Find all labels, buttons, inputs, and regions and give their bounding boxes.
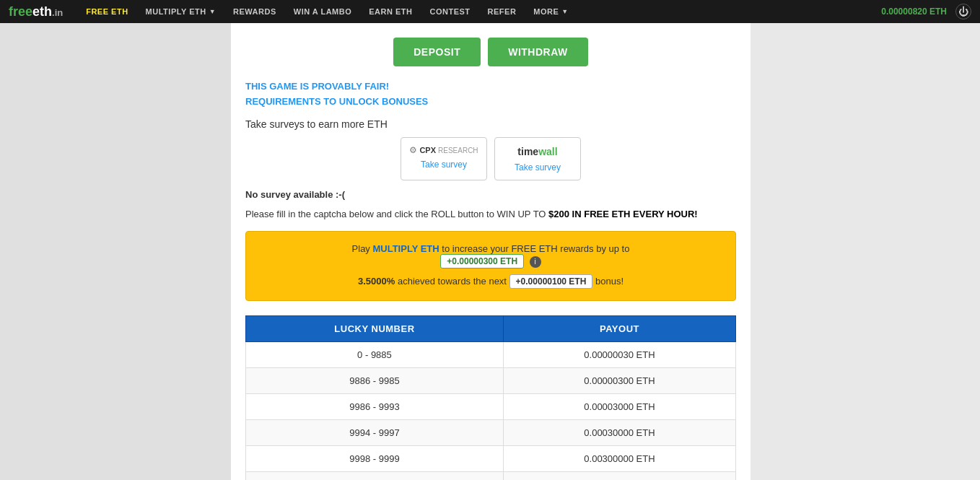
cpx-text: CPX	[419, 146, 436, 154]
sidebar-right	[751, 23, 980, 480]
multiply-next-badge: +0.00000100 ETH	[509, 274, 593, 289]
logo-free: free	[9, 4, 32, 19]
cpx-gear-icon: ⚙	[409, 145, 417, 155]
multiply-link[interactable]: MULTIPLY ETH	[372, 243, 439, 254]
provably-fair-link[interactable]: THIS GAME IS PROVABLY FAIR!	[245, 81, 736, 92]
table-row: 9994 - 99970.00030000 ETH	[246, 420, 736, 446]
payout-value: 0.03000000 ETH	[503, 472, 735, 481]
nav-contest[interactable]: CONTEST	[421, 0, 478, 23]
table-row: 9998 - 99990.00300000 ETH	[246, 446, 736, 472]
power-button[interactable]: ⏻	[955, 4, 971, 19]
action-buttons: DEPOSIT WITHDRAW	[245, 38, 736, 66]
nav-win-lambo[interactable]: WIN A LAMBO	[285, 0, 360, 23]
captcha-text-before: Please fill in the captcha below and cli…	[245, 209, 548, 219]
table-row: 9886 - 99850.00000300 ETH	[246, 368, 736, 394]
site-logo: freeeth.in	[9, 4, 63, 19]
lucky-range: 9998 - 9999	[246, 446, 504, 472]
sidebar-left	[0, 23, 231, 480]
nav-links: FREE ETH MULTIPLY ETH ▼ REWARDS WIN A LA…	[77, 0, 881, 23]
multiply-box: Play MULTIPLY ETH to increase your FREE …	[245, 231, 736, 301]
payout-value: 0.00300000 ETH	[503, 446, 735, 472]
multiply-line2: 3.5000% achieved towards the next +0.000…	[261, 274, 721, 289]
cpx-take-survey[interactable]: Take survey	[408, 160, 479, 170]
logo-domain: .in	[52, 7, 63, 18]
page-wrapper: DEPOSIT WITHDRAW THIS GAME IS PROVABLY F…	[0, 23, 980, 480]
survey-title: Take surveys to earn more ETH	[245, 118, 736, 130]
nav-rewards[interactable]: REWARDS	[224, 0, 285, 23]
lucky-range: 9886 - 9985	[246, 368, 504, 394]
nav-multiply-eth[interactable]: MULTIPLY ETH ▼	[137, 0, 224, 23]
table-row: 0 - 98850.00000030 ETH	[246, 342, 736, 368]
timewall-survey-card[interactable]: timewall Take survey	[494, 137, 581, 180]
unlock-bonuses-link[interactable]: REQUIREMENTS TO UNLOCK BONUSES	[245, 96, 736, 107]
payout-value: 0.00000300 ETH	[503, 368, 735, 394]
nav-more[interactable]: MORE ▼	[525, 0, 577, 23]
nav-free-eth[interactable]: FREE ETH	[77, 0, 136, 23]
multiply-text-before: Play	[352, 243, 373, 254]
table-row: 100000.03000000 ETH	[246, 472, 736, 481]
content-area: DEPOSIT WITHDRAW THIS GAME IS PROVABLY F…	[231, 23, 751, 480]
lucky-range: 0 - 9885	[246, 342, 504, 368]
balance-display: 0.00000820 ETH	[881, 6, 947, 17]
more-arrow-icon: ▼	[561, 8, 568, 15]
cpx-research-text: RESEARCH	[438, 147, 478, 154]
survey-cards: ⚙ CPX RESEARCH Take survey timewall Take…	[245, 137, 736, 180]
multiply-main-badge: +0.00000300 ETH	[440, 254, 524, 269]
nav-refer[interactable]: REFER	[479, 0, 525, 23]
captcha-text: Please fill in the captcha below and cli…	[245, 209, 736, 219]
deposit-button[interactable]: DEPOSIT	[393, 38, 481, 66]
payout-value: 0.00030000 ETH	[503, 420, 735, 446]
payout-value: 0.00003000 ETH	[503, 394, 735, 420]
withdraw-button[interactable]: WITHDRAW	[488, 38, 588, 66]
no-survey-message: No survey available :-(	[245, 189, 736, 200]
timewall-take-survey[interactable]: Take survey	[502, 162, 573, 173]
lucky-range: 9994 - 9997	[246, 420, 504, 446]
cpx-survey-card[interactable]: ⚙ CPX RESEARCH Take survey	[401, 137, 487, 180]
lucky-range: 10000	[246, 472, 504, 481]
timewall-wall: wall	[538, 146, 557, 157]
timewall-logo: timewall	[502, 145, 573, 158]
payout-table: LUCKY NUMBER PAYOUT 0 - 98850.00000030 E…	[245, 315, 736, 480]
info-icon[interactable]: i	[530, 256, 541, 268]
nav-earn-eth[interactable]: EARN ETH	[360, 0, 421, 23]
logo-eth: eth	[32, 4, 52, 19]
multiply-text-mid: achieved towards the next	[395, 276, 509, 287]
col-lucky-number: LUCKY NUMBER	[246, 316, 504, 342]
captcha-highlight: $200 IN FREE ETH EVERY HOUR!	[548, 209, 698, 219]
navbar: freeeth.in FREE ETH MULTIPLY ETH ▼ REWAR…	[0, 0, 980, 23]
multiply-line1: Play MULTIPLY ETH to increase your FREE …	[261, 243, 721, 269]
lucky-range: 9986 - 9993	[246, 394, 504, 420]
payout-value: 0.00000030 ETH	[503, 342, 735, 368]
multiply-arrow-icon: ▼	[209, 8, 216, 15]
multiply-text-after: to increase your FREE ETH rewards by up …	[439, 243, 630, 254]
col-payout: PAYOUT	[503, 316, 735, 342]
multiply-percent: 3.5000%	[358, 276, 395, 287]
cpx-logo: ⚙ CPX RESEARCH	[408, 145, 479, 155]
timewall-time: time	[517, 146, 538, 157]
table-header-row: LUCKY NUMBER PAYOUT	[246, 316, 736, 342]
multiply-text-end: bonus!	[592, 276, 624, 287]
table-row: 9986 - 99930.00003000 ETH	[246, 394, 736, 420]
